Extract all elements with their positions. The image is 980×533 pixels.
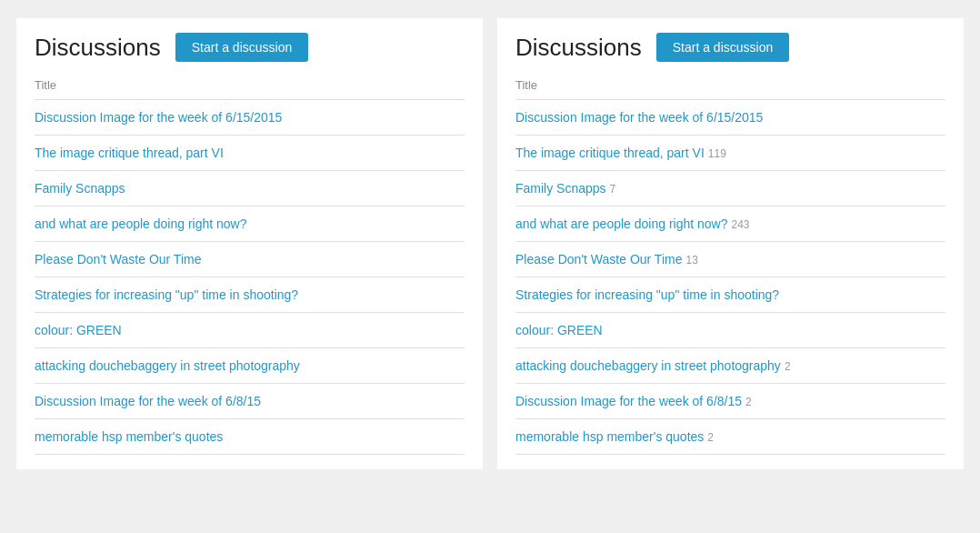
list-item: Please Don't Waste Our Time (35, 242, 465, 277)
reply-count: 2 (707, 431, 714, 444)
panel-left: DiscussionsStart a discussionTitleDiscus… (16, 18, 483, 469)
list-item: The image critique thread, part VI (35, 136, 465, 171)
discussion-link[interactable]: memorable hsp member's quotes (515, 429, 704, 444)
discussion-link[interactable]: Family Scnapps (515, 181, 606, 196)
reply-count: 119 (708, 147, 726, 160)
reply-count: 2 (745, 396, 752, 408)
panel-header-right: DiscussionsStart a discussion (515, 33, 945, 62)
list-item: colour: GREEN (515, 313, 945, 348)
list-item: attacking douchebaggery in street photog… (35, 348, 465, 384)
reply-count: 7 (610, 183, 616, 196)
start-discussion-button-left[interactable]: Start a discussion (175, 33, 309, 62)
discussion-link[interactable]: Discussion Image for the week of 6/15/20… (35, 110, 282, 125)
list-item: and what are people doing right now? (35, 206, 465, 242)
list-item: colour: GREEN (35, 313, 465, 348)
discussion-link[interactable]: The image critique thread, part VI (35, 146, 224, 160)
start-discussion-button-right[interactable]: Start a discussion (656, 33, 790, 62)
panel-header-left: DiscussionsStart a discussion (35, 33, 465, 62)
discussion-link[interactable]: colour: GREEN (35, 323, 122, 337)
discussion-link[interactable]: Strategies for increasing "up" time in s… (515, 287, 779, 302)
discussion-link[interactable]: Discussion Image for the week of 6/15/20… (515, 110, 763, 125)
list-item: Discussion Image for the week of 6/15/20… (515, 100, 945, 136)
discussion-list-left: Discussion Image for the week of 6/15/20… (35, 100, 465, 455)
panel-title-right: Discussions (515, 34, 642, 62)
column-header-left: Title (35, 78, 465, 100)
list-item: Discussion Image for the week of 6/8/15 (35, 384, 465, 419)
reply-count: 13 (685, 254, 697, 266)
panel-title-left: Discussions (35, 34, 161, 62)
discussion-link[interactable]: attacking douchebaggery in street photog… (515, 358, 781, 373)
list-item: Strategies for increasing "up" time in s… (35, 277, 465, 313)
discussion-link[interactable]: Discussion Image for the week of 6/8/15 (515, 394, 742, 408)
list-item: Family Scnapps7 (515, 171, 945, 206)
discussion-link[interactable]: Discussion Image for the week of 6/8/15 (35, 394, 261, 408)
list-item: Discussion Image for the week of 6/15/20… (35, 100, 465, 136)
list-item: Family Scnapps (35, 171, 465, 206)
discussion-link[interactable]: Please Don't Waste Our Time (35, 252, 201, 266)
discussion-link[interactable]: The image critique thread, part VI (515, 146, 705, 160)
reply-count: 2 (785, 360, 791, 373)
list-item: Please Don't Waste Our Time13 (515, 242, 945, 277)
discussion-list-right: Discussion Image for the week of 6/15/20… (515, 100, 945, 455)
list-item: The image critique thread, part VI119 (515, 136, 945, 171)
discussion-link[interactable]: Family Scnapps (35, 181, 125, 196)
discussion-link[interactable]: and what are people doing right now? (35, 216, 247, 231)
list-item: Discussion Image for the week of 6/8/152 (515, 384, 945, 419)
column-header-right: Title (515, 78, 945, 100)
reply-count: 243 (732, 218, 750, 231)
panel-right: DiscussionsStart a discussionTitleDiscus… (497, 18, 964, 469)
discussion-link[interactable]: colour: GREEN (515, 323, 603, 337)
discussion-link[interactable]: Strategies for increasing "up" time in s… (35, 287, 298, 302)
list-item: and what are people doing right now?243 (515, 206, 945, 242)
page-wrapper: DiscussionsStart a discussionTitleDiscus… (0, 0, 980, 488)
list-item: memorable hsp member's quotes (35, 419, 465, 455)
list-item: attacking douchebaggery in street photog… (515, 348, 945, 384)
list-item: memorable hsp member's quotes2 (515, 419, 945, 455)
discussion-link[interactable]: Please Don't Waste Our Time (515, 252, 682, 266)
discussion-link[interactable]: memorable hsp member's quotes (35, 429, 223, 444)
discussion-link[interactable]: and what are people doing right now? (515, 216, 728, 231)
list-item: Strategies for increasing "up" time in s… (515, 277, 945, 313)
discussion-link[interactable]: attacking douchebaggery in street photog… (35, 358, 300, 373)
